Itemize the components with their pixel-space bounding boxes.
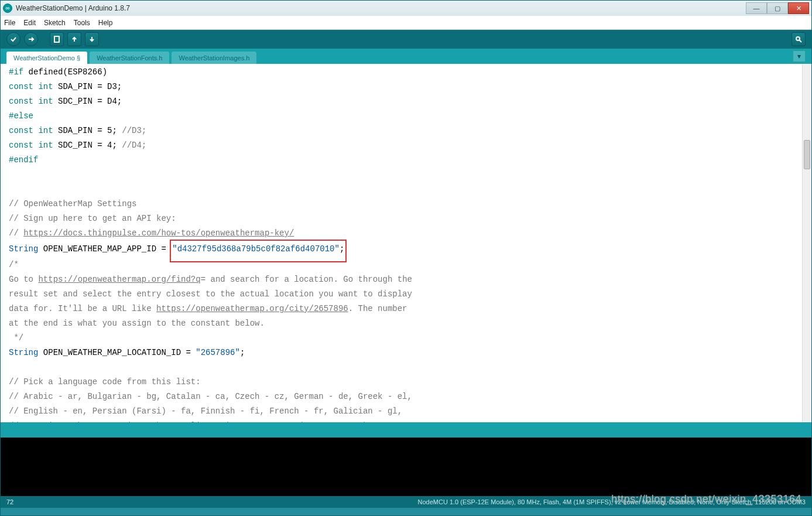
code-comment: //D4;: [122, 141, 146, 150]
open-button[interactable]: [67, 32, 81, 46]
window-controls: — ▢ ✕: [746, 2, 809, 14]
code-text: OPEN_WEATHER_MAP_LOCATION_ID =: [38, 348, 196, 357]
code-comment: // Arabic - ar, Bulgarian - bg, Catalan …: [9, 392, 412, 401]
code-type: String: [9, 244, 38, 254]
code-keyword: const int: [9, 82, 53, 91]
code-comment-text: data for. It'll be a URL like: [9, 304, 156, 313]
code-comment: // English - en, Persian (Farsi) - fa, F…: [9, 406, 402, 416]
editor-area: #if defined(ESP8266) const int SDA_PIN =…: [1, 64, 811, 422]
maximize-button[interactable]: ▢: [767, 2, 788, 14]
code-keyword: const int: [9, 126, 53, 135]
code-comment: /*: [9, 260, 19, 269]
code-text: defined(ESP8266): [23, 67, 107, 77]
code-comment: */: [9, 333, 23, 343]
menu-sketch[interactable]: Sketch: [44, 19, 66, 27]
code-text: ;: [240, 348, 245, 357]
code-editor[interactable]: #if defined(ESP8266) const int SDA_PIN =…: [1, 64, 811, 422]
code-comment-text: . The number: [348, 304, 407, 313]
code-keyword: const int: [9, 141, 53, 150]
menu-file[interactable]: File: [4, 19, 15, 27]
code-keyword: #else: [9, 111, 33, 121]
verify-button[interactable]: [6, 32, 20, 46]
scrollbar-thumb[interactable]: [804, 140, 810, 169]
code-comment: data for. It'll be a URL like https://op…: [9, 304, 407, 313]
minimize-button[interactable]: —: [746, 2, 767, 14]
new-button[interactable]: [50, 32, 64, 46]
code-comment: // Pick a language code from this list:: [9, 377, 201, 387]
highlight-annotation: "d4327f95d368a79b5c0f82af6d407010";: [170, 240, 347, 262]
code-comment: // OpenWeatherMap Settings: [9, 199, 136, 209]
code-comment-prefix: //: [9, 228, 23, 238]
menu-help[interactable]: Help: [98, 19, 113, 27]
code-comment: // https://docs.thingpulse.com/how-tos/o…: [9, 228, 294, 238]
code-text: OPEN_WEATHER_MAP_APP_ID =: [38, 244, 171, 254]
code-keyword: const int: [9, 97, 53, 106]
tab-weatherstationdemo[interactable]: WeatherStationDemo §: [6, 52, 87, 64]
code-comment: // Croatian - hr, Hungarian - hu, Italia…: [9, 421, 378, 422]
code-text: SDC_PIN = D4;: [53, 97, 122, 106]
board-info: NodeMCU 1.0 (ESP-12E Module), 80 MHz, Fl…: [418, 498, 806, 505]
code-comment: at the end is what you assign to the con…: [9, 319, 265, 328]
code-text: ;: [340, 244, 344, 254]
code-comment: result set and select the entry closest …: [9, 289, 412, 299]
svg-point-1: [796, 37, 800, 40]
vertical-scrollbar[interactable]: [802, 64, 811, 422]
menubar: File Edit Sketch Tools Help: [1, 16, 811, 30]
toolbar: [1, 30, 811, 49]
window-title: WeatherStationDemo | Arduino 1.8.7: [16, 4, 746, 12]
code-comment: Go to https://openweathermap.org/find?q=…: [9, 275, 412, 284]
code-url-link[interactable]: https://openweathermap.org/find?q: [38, 275, 200, 284]
code-type: String: [9, 348, 38, 357]
status-strip: [1, 422, 811, 438]
code-text: SDC_PIN = 4;: [53, 141, 122, 150]
code-keyword: #if: [9, 67, 23, 77]
close-button[interactable]: ✕: [788, 2, 809, 14]
statusbar: 72 NodeMCU 1.0 (ESP-12E Module), 80 MHz,…: [1, 496, 811, 508]
menu-edit[interactable]: Edit: [23, 19, 36, 27]
titlebar: WeatherStationDemo | Arduino 1.8.7 — ▢ ✕: [1, 1, 811, 16]
code-url-link[interactable]: https://openweathermap.org/city/2657896: [156, 304, 348, 313]
tab-weatherstationimages[interactable]: WeatherStationImages.h: [172, 52, 256, 64]
save-button[interactable]: [85, 32, 99, 46]
tab-weatherstationfonts[interactable]: WeatherStationFonts.h: [90, 52, 169, 64]
line-number-indicator: 72: [6, 498, 13, 505]
arduino-logo-icon: [3, 4, 12, 13]
code-text: SDA_PIN = D3;: [53, 82, 122, 91]
tab-menu-dropdown[interactable]: ▾: [793, 50, 806, 62]
serial-monitor-button[interactable]: [792, 32, 806, 46]
code-keyword: #endif: [9, 155, 38, 165]
code-comment-text: Go to: [9, 275, 38, 284]
code-string: "2657896": [196, 348, 240, 357]
code-comment: //D3;: [122, 126, 146, 135]
code-url-link[interactable]: https://docs.thingpulse.com/how-tos/open…: [23, 228, 294, 238]
code-string: "d4327f95d368a79b5c0f82af6d407010": [172, 244, 340, 254]
tabbar: WeatherStationDemo § WeatherStationFonts…: [1, 49, 811, 64]
menu-tools[interactable]: Tools: [74, 19, 90, 27]
code-text: SDA_PIN = 5;: [53, 126, 122, 135]
code-comment-text: = and search for a location. Go through …: [201, 275, 412, 284]
svg-rect-0: [54, 36, 59, 42]
console-output[interactable]: [1, 438, 811, 496]
upload-button[interactable]: [24, 32, 38, 46]
code-comment: // Sign up here to get an API key:: [9, 214, 176, 223]
